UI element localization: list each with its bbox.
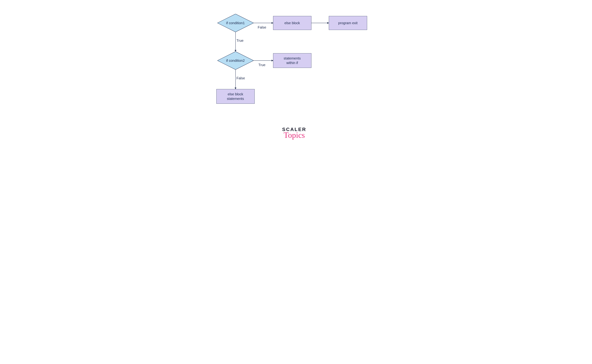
process-else-block-statements: else block statements bbox=[216, 89, 255, 104]
edge-label-cond1-true: True bbox=[237, 39, 243, 43]
process-else-block-statements-label: else block statements bbox=[227, 92, 244, 101]
svg-marker-0 bbox=[217, 14, 254, 32]
edge-label-cond2-true: True bbox=[258, 63, 265, 67]
scaler-topics-logo: SCALER Topics bbox=[279, 127, 310, 139]
flowchart-canvas: if condition1 else block program exit if… bbox=[167, 0, 425, 158]
decision-condition2: if condition2 bbox=[217, 52, 254, 70]
edge-label-cond1-false: False bbox=[258, 26, 266, 29]
process-else-block-label: else block bbox=[284, 21, 300, 25]
process-program-exit: program exit bbox=[329, 16, 367, 30]
edge-label-cond2-false: False bbox=[237, 76, 245, 80]
decision-condition1: if condition1 bbox=[217, 14, 254, 32]
logo-line2: Topics bbox=[279, 131, 310, 139]
process-program-exit-label: program exit bbox=[338, 21, 357, 25]
process-statements-within-if-label: statements within if bbox=[284, 56, 301, 65]
process-statements-within-if: statements within if bbox=[273, 53, 311, 68]
svg-marker-1 bbox=[217, 52, 254, 70]
process-else-block: else block bbox=[273, 16, 311, 30]
